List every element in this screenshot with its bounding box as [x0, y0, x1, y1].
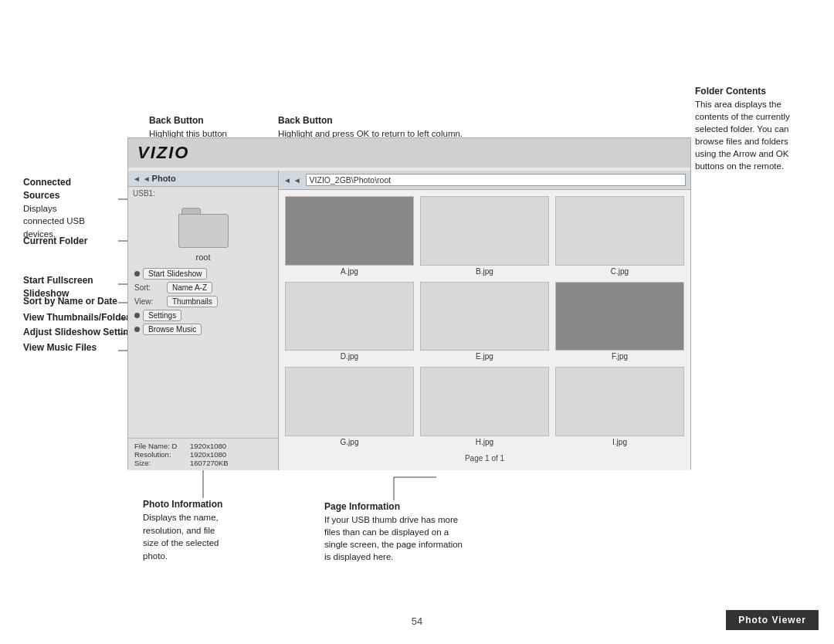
thumb-label-a: A.jpg [341, 267, 358, 276]
vizio-header: VIZIO [128, 138, 690, 168]
thumb-item-f[interactable]: F.jpg [555, 282, 684, 361]
thumb-item-a[interactable]: A.jpg [285, 196, 414, 276]
view-row: View: Thumbnails [134, 296, 272, 307]
left-panel-controls: Start Slideshow Sort: Name A-Z View: Thu… [128, 265, 278, 438]
thumb-item-h[interactable]: H.jpg [420, 367, 549, 446]
sort-row: Sort: Name A-Z [134, 282, 272, 293]
thumb-label-d: D.jpg [341, 352, 358, 361]
left-nav-bar[interactable]: ◄ ◄ Photo [128, 171, 278, 187]
thumb-label-h: H.jpg [476, 438, 493, 446]
left-nav-back-arrow[interactable]: ◄ ◄ [133, 175, 151, 183]
folder-label: root [196, 253, 211, 262]
thumb-label-g: G.jpg [341, 438, 359, 446]
browse-music-button[interactable]: Browse Music [143, 324, 202, 335]
photo-info-resolution: Resolution: 1920x1080 [134, 450, 272, 459]
ann-current-folder-left: Current Folder [23, 235, 87, 248]
ann-photo-info: Photo Information Displays the name, res… [143, 498, 222, 563]
sort-label: Sort: [134, 283, 167, 292]
ann-back-button-right: Back Button Highlight and press OK to re… [278, 114, 463, 141]
thumb-box-a [285, 196, 414, 266]
thumb-item-c[interactable]: C.jpg [555, 196, 684, 276]
page-wrapper: Back Button Highlight this button and pr… [0, 0, 834, 644]
ann-page-info: Page Information If your USB thumb drive… [324, 500, 463, 563]
filename-label: File Name: D [134, 442, 190, 450]
vizio-logo: VIZIO [137, 143, 189, 163]
thumb-box-d [285, 282, 414, 351]
ann-view-thumbnails: View Thumbnails/Folders [23, 311, 134, 324]
left-panel: ◄ ◄ Photo USB1: root Start Slideshow [128, 171, 279, 470]
page-info-bar: Page 1 of 1 [279, 452, 690, 464]
browse-music-dot [134, 327, 140, 332]
slideshow-dot [134, 271, 140, 276]
photo-info-panel: File Name: D 1920x1080 Resolution: 1920x… [128, 438, 278, 470]
thumb-box-c [555, 196, 684, 266]
ann-adjust-slideshow: Adjust Slideshow Settings [23, 326, 140, 339]
browse-music-row: Browse Music [134, 324, 272, 335]
vizio-screen: VIZIO ◄ ◄ Photo USB1: root [127, 137, 691, 469]
ann-view-music: View Music Files [23, 341, 97, 354]
photo-info-size: Size: 1607270KB [134, 459, 272, 467]
ann-sort-by: Sort by Name or Date [23, 295, 117, 308]
right-nav-bar[interactable]: ◄ ◄ VIZIO_2GB\Photo\root [279, 171, 690, 190]
start-slideshow-button[interactable]: Start Slideshow [143, 268, 207, 280]
page-number: 54 [412, 615, 422, 627]
settings-row: Settings [134, 310, 272, 321]
thumbnails-grid: A.jpg B.jpg C.jpg D.jpg E.jpg [279, 190, 690, 452]
settings-dot [134, 313, 140, 318]
view-dropdown[interactable]: Thumbnails [167, 296, 218, 307]
thumb-label-e: E.jpg [476, 352, 493, 361]
thumb-item-b[interactable]: B.jpg [420, 196, 549, 276]
sort-dropdown[interactable]: Name A-Z [167, 282, 212, 293]
thumb-label-b: B.jpg [476, 267, 493, 276]
usb-label: USB1: [128, 187, 278, 200]
size-label: Size: [134, 459, 190, 467]
filename-value: 1920x1080 [190, 442, 226, 450]
thumb-box-i [555, 367, 684, 436]
resolution-value: 1920x1080 [190, 450, 226, 459]
thumb-box-h [420, 367, 549, 436]
thumb-label-c: C.jpg [611, 267, 629, 276]
size-value: 1607270KB [190, 459, 229, 467]
start-slideshow-row: Start Slideshow [134, 268, 272, 280]
thumb-box-b [420, 196, 549, 266]
thumb-box-e [420, 282, 549, 351]
path-bar: VIZIO_2GB\Photo\root [306, 174, 686, 186]
photo-info-filename: File Name: D 1920x1080 [134, 442, 272, 450]
folder-area: root [128, 200, 278, 265]
thumb-item-g[interactable]: G.jpg [285, 367, 414, 446]
ann-connected-sources: Connected Sources Displays connected USB… [23, 176, 85, 241]
thumb-box-f [555, 282, 684, 351]
left-nav-label: Photo [152, 174, 176, 183]
settings-button[interactable]: Settings [143, 310, 181, 321]
right-panel: ◄ ◄ VIZIO_2GB\Photo\root A.jpg B.jpg C.j… [279, 171, 690, 470]
thumb-label-i: I.jpg [612, 438, 627, 446]
thumb-label-f: F.jpg [612, 352, 628, 361]
ann-folder-contents: Folder Contents This area displays the c… [695, 85, 790, 172]
right-nav-back-arrow[interactable]: ◄ ◄ [283, 176, 301, 185]
thumb-item-i[interactable]: I.jpg [555, 367, 684, 446]
folder-icon [178, 208, 229, 250]
resolution-label: Resolution: [134, 450, 190, 459]
view-label: View: [134, 297, 167, 306]
thumb-box-g [285, 367, 414, 436]
thumb-item-e[interactable]: E.jpg [420, 282, 549, 361]
photo-viewer-badge: Photo Viewer [726, 610, 819, 630]
thumb-item-d[interactable]: D.jpg [285, 282, 414, 361]
folder-body [178, 214, 229, 248]
